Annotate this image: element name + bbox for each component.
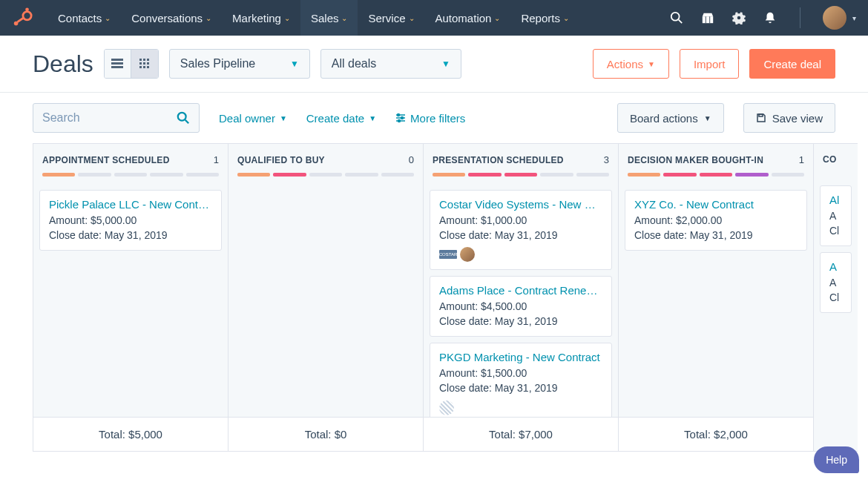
progress-bar (433, 173, 609, 177)
deal-title: A (829, 260, 842, 273)
deal-close-date: Close date: May 31, 2019 (49, 228, 212, 243)
more-filters-button[interactable]: More filters (395, 112, 465, 125)
column-body: XYZ Co. - New ContractAmount: $2,000.00C… (619, 184, 813, 417)
deal-close-date: Cl (829, 291, 842, 306)
progress-segment (345, 173, 378, 177)
progress-segment (78, 173, 111, 177)
caret-down-icon: ▼ (290, 59, 299, 69)
progress-segment (504, 173, 537, 177)
deal-amount: Amount: $1,500.00 (439, 366, 602, 381)
hubspot-logo[interactable] (12, 7, 33, 28)
nav-item-conversations[interactable]: Conversations⌄ (121, 0, 222, 36)
nav-item-contacts[interactable]: Contacts⌄ (47, 0, 121, 36)
progress-segment (628, 173, 660, 177)
svg-rect-22 (147, 66, 149, 68)
progress-segment (237, 173, 270, 177)
progress-bar (237, 173, 414, 177)
deals-filter-select[interactable]: All deals ▼ (320, 49, 461, 79)
nav-item-label: Service (368, 12, 405, 24)
deal-close-date: Close date: May 31, 2019 (439, 314, 602, 329)
nav-item-label: Marketing (232, 12, 281, 24)
progress-segment (114, 173, 147, 177)
column-total: Total: $0 (228, 417, 423, 451)
deal-card[interactable]: PKGD Marketing - New ContractAmount: $1,… (430, 343, 612, 417)
deal-card[interactable]: AA Cl (820, 252, 852, 313)
deal-amount: Amount: $4,500.00 (439, 300, 602, 314)
nav-item-reports[interactable]: Reports⌄ (510, 0, 579, 36)
chevron-down-icon: ⌄ (206, 14, 211, 22)
board-view-button[interactable] (131, 50, 158, 78)
svg-rect-12 (111, 62, 123, 65)
caret-down-icon: ▼ (441, 59, 450, 69)
svg-rect-7 (703, 16, 713, 23)
pipeline-select[interactable]: Sales Pipeline ▼ (169, 49, 310, 79)
company-logo-icon: COSTAR (439, 250, 457, 259)
svg-point-5 (671, 13, 680, 21)
bell-icon[interactable] (763, 10, 777, 25)
progress-segment (381, 173, 414, 177)
account-menu[interactable]: ▾ (823, 6, 856, 30)
card-avatars (439, 400, 602, 415)
create-deal-button[interactable]: Create deal (749, 49, 835, 79)
deal-card[interactable]: XYZ Co. - New ContractAmount: $2,000.00C… (625, 190, 807, 251)
deal-owner-filter[interactable]: Deal owner ▼ (219, 112, 287, 125)
actions-button[interactable]: Actions ▼ (593, 49, 669, 79)
deal-card[interactable]: Pickle Palace LLC - New ContractAmount: … (39, 190, 222, 251)
gear-icon[interactable] (731, 10, 746, 25)
avatar-icon (460, 247, 475, 262)
create-date-filter[interactable]: Create date ▼ (306, 112, 376, 125)
column-title: APPOINTMENT SCHEDULED (42, 155, 170, 165)
column-count: 0 (409, 154, 414, 165)
progress-segment (576, 173, 609, 177)
deal-title: Al (829, 194, 842, 206)
deal-card[interactable]: Adams Place - Contract RenewalAmount: $4… (430, 276, 612, 337)
nav-item-label: Conversations (131, 12, 203, 24)
column-header: APPOINTMENT SCHEDULED1 (33, 144, 228, 184)
save-view-button[interactable]: Save view (743, 103, 835, 133)
view-toggle (104, 49, 159, 79)
progress-bar (42, 173, 219, 177)
progress-segment (42, 173, 75, 177)
column-total: Total: $2,000 (619, 417, 813, 451)
svg-rect-18 (143, 62, 145, 65)
deal-title: Pickle Palace LLC - New Contract (49, 198, 212, 211)
deal-amount: Amount: $2,000.00 (634, 214, 798, 228)
progress-segment (433, 173, 465, 177)
search-box[interactable] (33, 103, 200, 133)
deal-card[interactable]: AlA Cl (820, 185, 852, 246)
deal-card[interactable]: Costar Video Systems - New DealAmount: $… (430, 190, 612, 270)
help-button[interactable]: Help (814, 446, 859, 473)
nav-item-marketing[interactable]: Marketing⌄ (222, 0, 300, 36)
column-title: QUALIFIED TO BUY (237, 155, 325, 165)
more-filters-label: More filters (410, 112, 465, 125)
deal-amount: A (829, 276, 842, 291)
search-icon[interactable] (669, 10, 684, 25)
deal-title: Adams Place - Contract Renewal (439, 284, 602, 297)
import-button[interactable]: Import (680, 49, 740, 79)
progress-bar (628, 173, 804, 177)
column-body: Costar Video Systems - New DealAmount: $… (424, 184, 618, 417)
svg-rect-19 (147, 62, 149, 65)
chevron-down-icon: ⌄ (284, 14, 290, 22)
chevron-down-icon: ⌄ (105, 14, 111, 22)
nav-item-automation[interactable]: Automation⌄ (425, 0, 511, 36)
svg-rect-17 (139, 62, 142, 65)
board-actions-label: Board actions (630, 112, 698, 125)
list-view-button[interactable] (105, 50, 131, 78)
search-input[interactable] (42, 111, 161, 125)
caret-down-icon: ▼ (704, 114, 711, 122)
marketplace-icon[interactable] (700, 10, 715, 25)
board-column: APPOINTMENT SCHEDULED1Pickle Palace LLC … (33, 143, 228, 452)
save-view-label: Save view (772, 112, 823, 125)
deal-title: Costar Video Systems - New Deal (439, 198, 602, 211)
actions-label: Actions (607, 58, 643, 70)
svg-line-6 (679, 20, 683, 24)
nav-item-service[interactable]: Service⌄ (358, 0, 424, 36)
progress-segment (700, 173, 732, 177)
nav-item-sales[interactable]: Sales⌄ (300, 0, 358, 36)
nav-divider (800, 7, 800, 28)
nav-item-label: Contacts (58, 12, 102, 24)
deal-amount: Amount: $5,000.00 (49, 214, 212, 228)
board-actions-button[interactable]: Board actions ▼ (617, 103, 724, 133)
progress-segment (309, 173, 342, 177)
